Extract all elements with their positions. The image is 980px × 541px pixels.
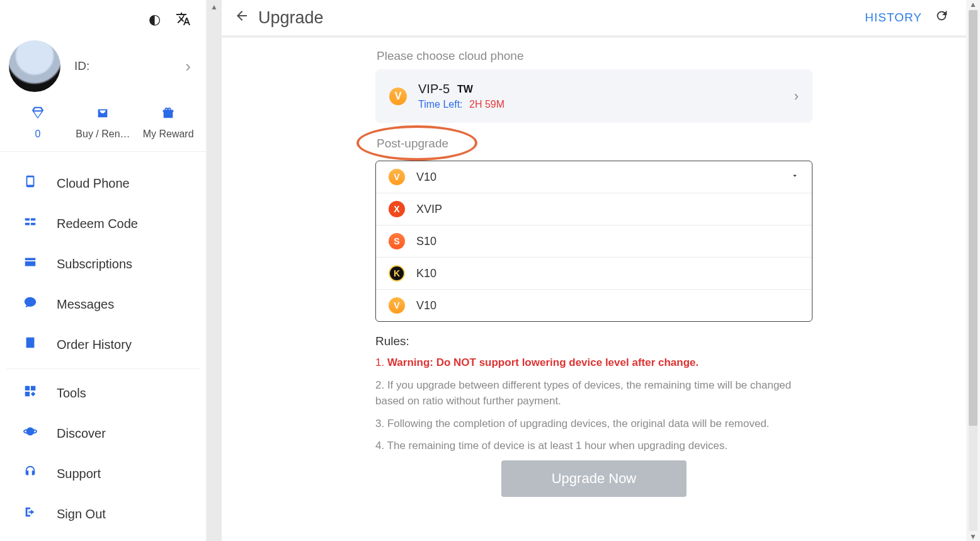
upgrade-option-s10[interactable]: SS10 — [376, 225, 812, 257]
profile-id-label: ID: — [74, 59, 89, 73]
sidebar-item-label: Redeem Code — [57, 217, 138, 231]
choose-cloud-phone-label: Please choose cloud phone — [377, 49, 812, 63]
chat-icon — [21, 295, 39, 313]
gift-icon — [161, 106, 175, 123]
my-reward-button[interactable]: My Reward — [136, 106, 201, 140]
time-left-value: 2H 59M — [469, 99, 504, 110]
sidebar-item-label: Cloud Phone — [57, 176, 130, 191]
rule-1: 1. Warning: Do NOT support lowering devi… — [375, 355, 812, 371]
sidebar-item-redeem-code[interactable]: Redeem Code — [0, 203, 206, 244]
chevron-down-icon — [790, 171, 799, 183]
card-icon — [21, 255, 39, 273]
chevron-right-icon: › — [185, 57, 197, 76]
main-scrollbar[interactable]: ▲ ▼ — [966, 0, 980, 541]
upgrade-option-xvip[interactable]: XXVIP — [376, 193, 812, 225]
tools-icon — [21, 384, 39, 402]
option-label: S10 — [416, 235, 436, 248]
upgrade-option-v10[interactable]: VV10 — [376, 161, 812, 193]
sidebar: ◐ ID: › 0 Buy / Ren… My Reward — [0, 0, 207, 541]
buy-renew-label: Buy / Ren… — [76, 128, 130, 140]
rule-3: 3. Following the completion of upgrading… — [375, 416, 812, 432]
refresh-button[interactable] — [935, 9, 949, 26]
planet-icon — [21, 424, 39, 442]
diamonds-button[interactable]: 0 — [6, 106, 71, 140]
upgrade-now-button[interactable]: Upgrade Now — [501, 460, 687, 497]
selected-phone-card[interactable]: V VIP-5 TW Time Left: 2H 59M › — [375, 69, 812, 123]
sidebar-item-order-history[interactable]: Order History — [0, 324, 206, 365]
option-label: XVIP — [416, 203, 442, 216]
sidebar-item-label: Order History — [57, 338, 132, 352]
scroll-up-icon: ▲ — [210, 3, 218, 11]
diamond-icon — [31, 106, 45, 123]
theme-toggle-icon[interactable]: ◐ — [149, 11, 161, 30]
page-title: Upgrade — [258, 8, 324, 28]
option-badge-icon: X — [389, 201, 405, 217]
main-header: Upgrade HISTORY — [222, 0, 966, 38]
rule-4: 4. The remaining time of device is at le… — [375, 438, 812, 454]
sidebar-item-subscriptions[interactable]: Subscriptions — [0, 244, 206, 284]
sidebar-item-sign-out[interactable]: Sign Out — [0, 494, 206, 534]
upgrade-option-k10[interactable]: KK10 — [376, 257, 812, 289]
rules-title: Rules: — [375, 334, 812, 348]
phone-icon — [21, 174, 39, 192]
sidebar-item-support[interactable]: Support — [0, 453, 206, 494]
sidebar-item-cloud-phone[interactable]: Cloud Phone — [0, 163, 206, 203]
sidebar-item-label: Discover — [57, 426, 106, 441]
sidebar-item-messages[interactable]: Messages — [0, 284, 206, 324]
bag-icon — [96, 106, 110, 123]
diamonds-count: 0 — [35, 128, 40, 140]
option-badge-icon: K — [389, 265, 405, 282]
support-icon — [21, 465, 39, 482]
option-label: V10 — [416, 299, 436, 312]
profile-row[interactable]: ID: › — [0, 38, 206, 103]
sidebar-item-label: Messages — [57, 297, 114, 312]
my-reward-label: My Reward — [143, 128, 194, 140]
sidebar-item-label: Sign Out — [57, 507, 106, 521]
avatar — [9, 40, 60, 92]
phone-region-tag: TW — [457, 84, 473, 95]
main-area: Upgrade HISTORY Please choose cloud phon… — [222, 0, 966, 541]
sidebar-item-label: Subscriptions — [57, 257, 132, 271]
sidebar-scrollbar[interactable]: ▲ — [207, 0, 222, 541]
sidebar-item-discover[interactable]: Discover — [0, 413, 206, 453]
svg-point-0 — [26, 428, 35, 436]
back-button[interactable] — [234, 8, 258, 27]
phone-name: VIP-5 — [418, 82, 450, 96]
sidebar-item-label: Tools — [57, 386, 86, 401]
scroll-up-icon: ▲ — [969, 0, 977, 9]
ticket-icon — [21, 215, 39, 232]
option-badge-icon: V — [389, 297, 405, 314]
sidebar-item-tools[interactable]: Tools — [0, 373, 206, 413]
sidebar-item-label: Support — [57, 467, 101, 481]
upgrade-option-v10[interactable]: VV10 — [376, 289, 812, 321]
buy-renew-button[interactable]: Buy / Ren… — [71, 106, 135, 140]
document-icon — [21, 336, 39, 353]
post-upgrade-label: Post-upgrade — [377, 137, 448, 151]
chevron-right-icon: › — [794, 88, 799, 105]
post-upgrade-select: VV10XXVIPSS10KK10VV10 — [375, 161, 812, 322]
option-badge-icon: V — [389, 169, 405, 185]
nav-list: Cloud Phone Redeem Code Subscriptions Me… — [0, 152, 206, 534]
scroll-down-icon: ▼ — [969, 532, 977, 541]
rule-2: 2. If you upgrade between different type… — [375, 377, 812, 409]
option-badge-icon: S — [389, 233, 405, 249]
sign-out-icon — [21, 505, 39, 523]
time-left-label: Time Left: — [418, 99, 463, 110]
history-link[interactable]: HISTORY — [865, 11, 922, 25]
option-label: K10 — [416, 267, 436, 280]
v-badge-icon: V — [389, 88, 407, 105]
language-icon[interactable] — [176, 11, 191, 30]
option-label: V10 — [416, 171, 436, 184]
